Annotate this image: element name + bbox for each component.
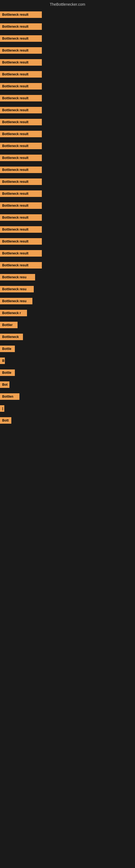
- bottleneck-bar-31: Bottle: [0, 369, 15, 376]
- bar-row-25: Bottleneck resu: [0, 295, 135, 307]
- bottleneck-bar-9: Bottleneck result: [0, 107, 42, 113]
- bar-row-7: Bottleneck result: [0, 80, 135, 92]
- bottleneck-bar-11: Bottleneck result: [0, 131, 42, 137]
- bottleneck-bar-32: Bot: [0, 381, 9, 388]
- bar-row-21: Bottleneck result: [0, 247, 135, 259]
- site-title-bar: TheBottlenecker.com: [0, 0, 135, 9]
- bar-row-3: Bottleneck result: [0, 33, 135, 44]
- bar-row-14: Bottleneck result: [0, 164, 135, 176]
- bar-row-34: |: [0, 403, 135, 414]
- bar-row-27: Bottler: [0, 319, 135, 331]
- bottleneck-bar-27: Bottler: [0, 322, 17, 328]
- bottleneck-bar-29: Bottle: [0, 346, 15, 352]
- bar-row-15: Bottleneck result: [0, 176, 135, 188]
- bar-row-11: Bottleneck result: [0, 128, 135, 140]
- bottleneck-bar-34: |: [0, 405, 4, 412]
- bar-row-35: Bott: [0, 414, 135, 426]
- bottleneck-bar-22: Bottleneck result: [0, 262, 42, 269]
- bottleneck-bar-21: Bottleneck result: [0, 250, 42, 257]
- bottleneck-bar-28: Bottleneck: [0, 334, 23, 340]
- bar-row-2: Bottleneck result: [0, 21, 135, 33]
- bottleneck-bar-5: Bottleneck result: [0, 59, 42, 66]
- bar-row-13: Bottleneck result: [0, 152, 135, 164]
- bottleneck-bar-19: Bottleneck result: [0, 226, 42, 233]
- bar-row-18: Bottleneck result: [0, 212, 135, 223]
- site-title: TheBottlenecker.com: [0, 0, 135, 9]
- bottleneck-bar-13: Bottleneck result: [0, 155, 42, 161]
- bar-row-1: Bottleneck result: [0, 9, 135, 21]
- bar-row-33: Bottlen: [0, 391, 135, 403]
- bottleneck-bar-12: Bottleneck result: [0, 143, 42, 149]
- bottleneck-bar-2: Bottleneck result: [0, 23, 42, 30]
- bar-row-22: Bottleneck result: [0, 259, 135, 271]
- bottleneck-bar-26: Bottleneck r: [0, 310, 27, 316]
- bar-row-30: B: [0, 355, 135, 367]
- bottleneck-bar-25: Bottleneck resu: [0, 298, 32, 304]
- bottleneck-bar-18: Bottleneck result: [0, 214, 42, 221]
- bottleneck-bar-33: Bottlen: [0, 393, 19, 400]
- bottleneck-bar-6: Bottleneck result: [0, 71, 42, 78]
- bar-row-24: Bottleneck resu: [0, 283, 135, 295]
- bar-row-29: Bottle: [0, 343, 135, 355]
- bottleneck-bar-24: Bottleneck resu: [0, 286, 34, 292]
- bottleneck-bar-15: Bottleneck result: [0, 179, 42, 185]
- bottleneck-bar-30: B: [0, 358, 5, 364]
- bar-row-16: Bottleneck result: [0, 188, 135, 199]
- bar-row-26: Bottleneck r: [0, 307, 135, 319]
- bottleneck-bar-7: Bottleneck result: [0, 83, 42, 90]
- bar-row-23: Bottleneck resu: [0, 271, 135, 283]
- bottleneck-bar-23: Bottleneck resu: [0, 274, 35, 280]
- bar-row-4: Bottleneck result: [0, 44, 135, 56]
- bottleneck-bar-17: Bottleneck result: [0, 203, 42, 209]
- bottleneck-bar-3: Bottleneck result: [0, 35, 42, 42]
- bar-row-17: Bottleneck result: [0, 199, 135, 212]
- bottleneck-bar-20: Bottleneck result: [0, 238, 42, 245]
- bottleneck-bar-8: Bottleneck result: [0, 95, 42, 101]
- bar-row-10: Bottleneck result: [0, 116, 135, 128]
- bottleneck-bar-4: Bottleneck result: [0, 47, 42, 54]
- bars-container: Bottleneck resultBottleneck resultBottle…: [0, 9, 135, 426]
- bar-row-20: Bottleneck result: [0, 236, 135, 247]
- bar-row-5: Bottleneck result: [0, 56, 135, 68]
- bottleneck-bar-14: Bottleneck result: [0, 166, 42, 173]
- bar-row-6: Bottleneck result: [0, 68, 135, 80]
- bottleneck-bar-1: Bottleneck result: [0, 11, 42, 18]
- bottleneck-bar-35: Bott: [0, 417, 11, 424]
- bottleneck-bar-10: Bottleneck result: [0, 119, 42, 125]
- bar-row-12: Bottleneck result: [0, 140, 135, 152]
- bar-row-8: Bottleneck result: [0, 92, 135, 104]
- bar-row-9: Bottleneck result: [0, 104, 135, 116]
- bar-row-32: Bot: [0, 379, 135, 391]
- bottleneck-bar-16: Bottleneck result: [0, 190, 42, 197]
- bar-row-19: Bottleneck result: [0, 223, 135, 236]
- bar-row-31: Bottle: [0, 367, 135, 379]
- bar-row-28: Bottleneck: [0, 331, 135, 343]
